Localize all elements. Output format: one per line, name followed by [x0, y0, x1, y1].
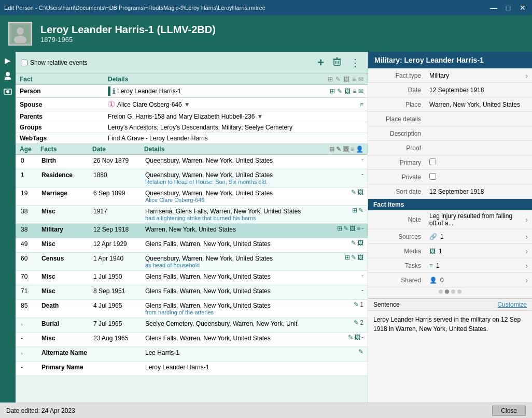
fact-row-misc-1951[interactable]: 71 Misc 8 Sep 1951 Glens Falls, Warren, … [16, 285, 368, 300]
cen-grid-icon[interactable]: ⊞ [345, 254, 350, 261]
right-panel-title: Military: Leroy Leander Harris-1 [374, 56, 484, 64]
misc2-photo-icon[interactable]: 🖼 [357, 239, 363, 247]
detail-row-facttype: Fact type Military › [368, 68, 532, 83]
cen-fact: Census [40, 254, 92, 263]
misc5-photo-icon[interactable]: 🖼 [354, 334, 360, 341]
shared-label: Shared [368, 275, 425, 286]
alt-edit-icon[interactable]: ✎ [358, 348, 363, 355]
show-relative-events-label[interactable]: Show relative events [21, 59, 88, 66]
place-label: Place [368, 99, 425, 110]
fact-item-sources[interactable]: Sources 🔗 1 › [368, 229, 532, 244]
show-relative-events-checkbox[interactable] [21, 60, 27, 66]
nav-photo-icon[interactable] [4, 88, 12, 97]
facts-columns-header: Fact Details ⊞ ✎ 🖼 ≡ ✉ [16, 74, 368, 85]
misc3-icons: - [361, 272, 363, 279]
cen-edit-icon[interactable]: ✎ [351, 254, 356, 261]
fact-row-residence[interactable]: 1 Residence 1880 Queensbury, Warren, New… [16, 169, 368, 188]
mil-edit-icon[interactable]: ✎ [343, 225, 348, 232]
detail-row-private: Private [368, 170, 532, 184]
tasks-value: ≡ 1 [425, 260, 521, 271]
sentence-text: Leroy Leander Harris served in the milit… [368, 311, 532, 338]
menu-button[interactable]: ⋮ [348, 55, 362, 70]
sources-arrow[interactable]: › [521, 233, 532, 241]
fact-row-burial[interactable]: - Burial 7 Jul 1965 Seelye Cemetery, Que… [16, 318, 368, 333]
webtags-label: WebTags [20, 135, 108, 142]
spouse-list-icon[interactable]: ≡ [360, 101, 363, 108]
mil-list-icon[interactable]: ≡ [357, 225, 360, 232]
fact-item-shared[interactable]: Shared 👤 0 › [368, 273, 532, 287]
spouse-row: Spouse ① Alice Clare Osberg-646 ▼ ≡ [16, 98, 368, 111]
detail-row-date: Date 12 September 1918 [368, 83, 532, 97]
minimize-button[interactable]: — [488, 4, 499, 12]
header-icon-list: ≡ [352, 76, 356, 83]
fact-row-misc-1965[interactable]: - Misc 23 Aug 1965 Glens Falls, Warren, … [16, 333, 368, 347]
tasks-list-icon: ≡ [429, 262, 433, 269]
maximize-button[interactable]: □ [503, 4, 513, 12]
death-edit-icon[interactable]: ✎ [354, 301, 359, 308]
tasks-arrow[interactable]: › [521, 262, 532, 270]
close-window-button[interactable]: ✕ [517, 4, 528, 12]
person-media-icon[interactable]: 🖼 [344, 88, 351, 95]
fact-row-altname[interactable]: - Alternate Name Lee Harris-1 ✎ [16, 347, 368, 362]
sentence-header: Sentence Customize [368, 299, 532, 311]
date-col-header: Date [92, 146, 144, 153]
misc5-edit-icon[interactable]: ✎ [348, 334, 353, 341]
person-grid-icon[interactable]: ⊞ [330, 88, 335, 95]
mil-photo-icon[interactable]: 🖼 [349, 225, 356, 232]
misc1-grid-icon[interactable]: ⊞ [352, 207, 357, 214]
primary-checkbox[interactable] [429, 158, 436, 165]
nav-person-icon[interactable] [4, 71, 12, 81]
title-bar-controls: — □ ✕ [488, 4, 528, 12]
fact-item-tasks[interactable]: Tasks ≡ 1 › [368, 258, 532, 273]
fact-row-primaryname[interactable]: - Primary Name Leroy Leander Harris-1 [16, 362, 368, 376]
mar-photo-icon[interactable]: 🖼 [357, 189, 363, 196]
add-button[interactable]: + [315, 55, 326, 70]
dot-2 [445, 290, 449, 294]
shared-arrow[interactable]: › [521, 276, 532, 284]
fact-item-note[interactable]: Note Leg injury resulted from falling of… [368, 210, 532, 229]
title-bar: Edit Person - C:\Users\harri\Documents\~… [0, 0, 532, 16]
note-label: Note [368, 214, 425, 225]
res-detail: Queensbury, Warren, New York, United Sta… [144, 170, 361, 186]
customize-link[interactable]: Customize [497, 301, 527, 308]
private-checkbox[interactable] [429, 173, 436, 180]
fact-row-misc-1929[interactable]: 49 Misc 12 Apr 1929 Glens Falls, Warren,… [16, 238, 368, 253]
mil-num: - [361, 225, 363, 232]
birth-age: 0 [20, 156, 40, 165]
media-arrow[interactable]: › [521, 247, 532, 255]
misc4-fact: Misc [40, 286, 92, 296]
mar-edit-icon[interactable]: ✎ [351, 189, 356, 196]
content-wrapper: ▶ Show relative events + ⋮ Fact Details [0, 52, 532, 402]
parents-dropdown-icon[interactable]: ▼ [257, 113, 263, 120]
cen-photo-icon[interactable]: 🖼 [357, 254, 363, 261]
cen-detail: Queensbury, Warren, New York, United Sta… [144, 254, 345, 269]
alt-detail: Lee Harris-1 [144, 348, 358, 357]
fact-row-death[interactable]: 85 Death 4 Jul 1965 Glens Falls, Warren,… [16, 300, 368, 318]
fact-row-misc-1950[interactable]: 70 Misc 1 Jul 1950 Glens Falls, Warren, … [16, 271, 368, 285]
misc1-detail: Harrisena, Glens Falls, Warren, New York… [144, 207, 352, 222]
fact-row-misc-1917[interactable]: 38 Misc 1917 Harrisena, Glens Falls, War… [16, 206, 368, 224]
fact-row-military[interactable]: 38 Military 12 Sep 1918 Warren, New York… [16, 224, 368, 238]
fact-item-media[interactable]: Media 🖼 1 › [368, 244, 532, 258]
detail-row-place: Place Warren, New York, United States [368, 97, 532, 112]
fact-row-census[interactable]: 60 Census 1 Apr 1940 Queensbury, Warren,… [16, 253, 368, 271]
alt-date [92, 348, 144, 350]
fact-row-birth[interactable]: 0 Birth 26 Nov 1879 Queensbury, Warren, … [16, 155, 368, 169]
note-arrow[interactable]: › [521, 215, 532, 224]
person-mail-icon[interactable]: ✉ [358, 88, 363, 95]
private-value [425, 171, 532, 183]
facttype-arrow[interactable]: › [521, 71, 532, 80]
spouse-dropdown-icon[interactable]: ▼ [184, 101, 190, 108]
delete-button[interactable] [330, 56, 344, 70]
misc2-edit-icon[interactable]: ✎ [351, 239, 356, 247]
mil-grid-icon[interactable]: ⊞ [337, 225, 342, 232]
person-list-icon[interactable]: ≡ [353, 88, 356, 95]
misc1-edit-icon[interactable]: ✎ [358, 207, 363, 214]
fact-row-marriage[interactable]: 19 Marriage 6 Sep 1899 Queensbury, Warre… [16, 188, 368, 206]
nav-arrow-icon[interactable]: ▶ [5, 56, 11, 65]
misc1-age: 38 [20, 207, 40, 216]
close-button[interactable]: Close [492, 406, 526, 416]
detail-row-sortdate: Sort date 12 September 1918 [368, 184, 532, 199]
burial-edit-icon[interactable]: ✎ [354, 319, 359, 326]
person-edit-icon[interactable]: ✎ [337, 88, 342, 95]
